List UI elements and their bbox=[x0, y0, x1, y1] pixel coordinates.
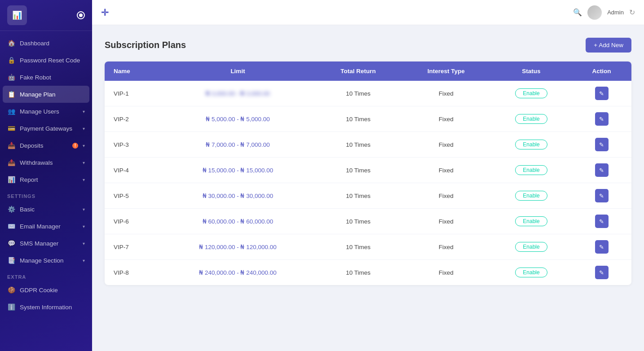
table-row: VIP-4₦ 15,000.00 - ₦ 15,000.0010 TimesFi… bbox=[105, 158, 631, 183]
edit-button[interactable]: ✎ bbox=[595, 266, 609, 279]
sidebar-item-manage-users[interactable]: 👥 Manage Users ▾ bbox=[0, 103, 92, 120]
edit-button[interactable]: ✎ bbox=[595, 87, 609, 100]
edit-button[interactable]: ✎ bbox=[595, 138, 609, 151]
status-badge: Enable bbox=[515, 268, 547, 277]
home-icon: 🏠 bbox=[7, 39, 15, 47]
withdrawals-icon: 📤 bbox=[7, 158, 15, 167]
cell-limit: ₦ 240,000.00 - ₦ 240,000.00 bbox=[160, 260, 315, 285]
sidebar-item-dashboard[interactable]: 🏠 Dashboard bbox=[0, 35, 92, 52]
page-title: Subscription Plans bbox=[105, 40, 186, 50]
sidebar-item-label: Fake Robot bbox=[20, 74, 85, 81]
search-icon[interactable]: 🔍 bbox=[573, 8, 582, 17]
report-icon: 📊 bbox=[7, 176, 15, 184]
sidebar-item-system-info[interactable]: ℹ️ System Information bbox=[0, 298, 92, 316]
cell-name: VIP-8 bbox=[105, 260, 160, 285]
cell-interest-type: Fixed bbox=[401, 81, 491, 106]
sidebar-item-label: Report bbox=[20, 176, 78, 183]
sidebar-navigation: 🏠 Dashboard 🔒 Password Reset Code 🤖 Fake… bbox=[0, 31, 92, 351]
sidebar-item-gdpr-cookie[interactable]: 🍪 GDPR Cookie bbox=[0, 281, 92, 298]
users-icon: 👥 bbox=[7, 107, 15, 115]
cell-interest-type: Fixed bbox=[401, 260, 491, 285]
cell-status: Enable bbox=[491, 81, 572, 106]
sidebar-item-deposits[interactable]: 📥 Deposits ! ▾ bbox=[0, 137, 92, 154]
settings-icon[interactable]: ↻ bbox=[629, 8, 635, 17]
cell-name: VIP-4 bbox=[105, 158, 160, 183]
status-badge: Enable bbox=[515, 88, 547, 98]
sidebar-item-fake-robot[interactable]: 🤖 Fake Robot bbox=[0, 69, 92, 86]
status-badge: Enable bbox=[515, 114, 547, 124]
sidebar-item-email-manager[interactable]: ✉️ Email Manager ▾ bbox=[0, 218, 92, 235]
sidebar-item-basic[interactable]: ⚙️ Basic ▾ bbox=[0, 201, 92, 218]
status-badge: Enable bbox=[515, 242, 547, 252]
sidebar-item-sms-manager[interactable]: 💬 SMS Manager ▾ bbox=[0, 235, 92, 252]
sidebar-item-label: SMS Manager bbox=[20, 240, 78, 247]
cell-limit: ₦ 7,000.00 - ₦ 7,000.00 bbox=[160, 132, 315, 158]
notification-badge: ! bbox=[72, 143, 78, 149]
chevron-down-icon: ▾ bbox=[83, 143, 85, 148]
status-badge: Enable bbox=[515, 140, 547, 149]
cell-name: VIP-7 bbox=[105, 234, 160, 260]
edit-button[interactable]: ✎ bbox=[595, 163, 609, 177]
page-content: Subscription Plans + Add New Name Limit … bbox=[92, 25, 644, 351]
sidebar-item-label: GDPR Cookie bbox=[20, 287, 85, 294]
gear-icon: ⚙️ bbox=[7, 205, 15, 213]
deposits-icon: 📥 bbox=[7, 141, 15, 149]
main-content: ✛ 🔍 Admin ↻ Subscription Plans + Add New… bbox=[92, 0, 644, 351]
edit-button[interactable]: ✎ bbox=[595, 215, 609, 228]
robot-icon: 🤖 bbox=[7, 73, 15, 81]
edit-button[interactable]: ✎ bbox=[595, 240, 609, 254]
cell-total-return: 10 Times bbox=[315, 260, 401, 285]
cell-limit: ₦ 5,000.00 - ₦ 5,000.00 bbox=[160, 106, 315, 132]
sidebar-item-manage-plan[interactable]: 📋 Manage Plan bbox=[3, 86, 89, 103]
sidebar-item-manage-section[interactable]: 📑 Manage Section ▾ bbox=[0, 252, 92, 269]
chevron-down-icon: ▾ bbox=[83, 258, 85, 263]
cell-total-return: 10 Times bbox=[315, 209, 401, 234]
col-action: Action bbox=[572, 61, 631, 81]
info-icon: ℹ️ bbox=[7, 303, 15, 311]
sidebar-item-label: System Information bbox=[20, 304, 85, 311]
section-icon: 📑 bbox=[7, 256, 15, 264]
table-row: VIP-5₦ 30,000.00 - ₦ 30,000.0010 TimesFi… bbox=[105, 183, 631, 209]
cell-action: ✎ bbox=[572, 158, 631, 183]
chevron-down-icon: ▾ bbox=[83, 177, 85, 182]
sidebar-item-payment-gateways[interactable]: 💳 Payment Gateways ▾ bbox=[0, 120, 92, 137]
cell-total-return: 10 Times bbox=[315, 81, 401, 106]
add-new-button[interactable]: + Add New bbox=[586, 38, 631, 53]
user-name: Admin bbox=[607, 9, 624, 16]
table-row: VIP-1₦ 3,000.00 - ₦ 3,000.0010 TimesFixe… bbox=[105, 81, 631, 106]
sidebar-item-label: Basic bbox=[20, 206, 78, 213]
chevron-down-icon: ▾ bbox=[83, 160, 85, 165]
cell-interest-type: Fixed bbox=[401, 132, 491, 158]
lock-icon: 🔒 bbox=[7, 56, 15, 64]
cell-status: Enable bbox=[491, 234, 572, 260]
cell-status: Enable bbox=[491, 158, 572, 183]
cell-limit: ₦ 15,000.00 - ₦ 15,000.00 bbox=[160, 158, 315, 183]
cell-name: VIP-2 bbox=[105, 106, 160, 132]
sidebar-item-report[interactable]: 📊 Report ▾ bbox=[0, 171, 92, 188]
email-icon: ✉️ bbox=[7, 222, 15, 230]
table-row: VIP-7₦ 120,000.00 - ₦ 120,000.0010 Times… bbox=[105, 234, 631, 260]
cell-limit: ₦ 3,000.00 - ₦ 3,000.00 bbox=[160, 81, 315, 106]
chevron-down-icon: ▾ bbox=[83, 224, 85, 229]
cell-total-return: 10 Times bbox=[315, 106, 401, 132]
sidebar-item-label: Dashboard bbox=[20, 40, 85, 47]
chevron-down-icon: ▾ bbox=[83, 207, 85, 212]
cell-action: ✎ bbox=[572, 106, 631, 132]
sidebar: 📊 🏠 Dashboard 🔒 Password Reset Code 🤖 Fa… bbox=[0, 0, 92, 351]
chevron-down-icon: ▾ bbox=[83, 109, 85, 114]
sidebar-item-withdrawals[interactable]: 📤 Withdrawals ▾ bbox=[0, 154, 92, 171]
sidebar-item-password-reset[interactable]: 🔒 Password Reset Code bbox=[0, 52, 92, 69]
cell-interest-type: Fixed bbox=[401, 209, 491, 234]
extra-section-label: EXTRA bbox=[0, 269, 92, 281]
page-header: Subscription Plans + Add New bbox=[105, 38, 631, 53]
col-total-return: Total Return bbox=[315, 61, 401, 81]
cell-limit: ₦ 120,000.00 - ₦ 120,000.00 bbox=[160, 234, 315, 260]
col-status: Status bbox=[491, 61, 572, 81]
col-limit: Limit bbox=[160, 61, 315, 81]
sidebar-logo: 📊 bbox=[0, 0, 92, 31]
edit-button[interactable]: ✎ bbox=[595, 112, 609, 126]
cell-action: ✎ bbox=[572, 260, 631, 285]
edit-button[interactable]: ✎ bbox=[595, 189, 609, 202]
app-logo: ✛ bbox=[101, 7, 109, 18]
table-row: VIP-2₦ 5,000.00 - ₦ 5,000.0010 TimesFixe… bbox=[105, 106, 631, 132]
